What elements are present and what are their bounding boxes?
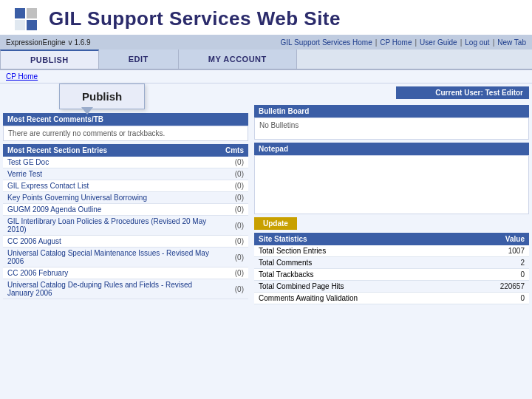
- entries-col-title: Most Recent Section Entries: [3, 144, 221, 157]
- table-row: Universal Catalog De-duping Rules and Fi…: [3, 279, 248, 299]
- stats-row: Total Combined Page Hits 220657: [254, 281, 529, 293]
- tab-edit[interactable]: EDIT: [99, 50, 179, 69]
- left-panel: Publish Most Recent Comments/TB There ar…: [0, 83, 251, 399]
- entry-title[interactable]: Universal Catalog De-duping Rules and Fi…: [3, 279, 221, 299]
- tab-my-account[interactable]: MY ACCOUNT: [179, 50, 297, 69]
- site-header: GIL Support Services Web Site: [0, 0, 532, 35]
- nav-link-home[interactable]: GIL Support Services Home: [281, 38, 372, 47]
- app-version: v 1.6.9: [69, 38, 91, 47]
- stat-label: Comments Awaiting Validation: [254, 293, 464, 304]
- entry-count: (0): [221, 248, 248, 267]
- stats-row: Total Section Entries 1007: [254, 245, 529, 257]
- table-row: GUGM 2009 Agenda Outline (0): [3, 204, 248, 216]
- entry-count: (0): [221, 168, 248, 180]
- stats-row: Comments Awaiting Validation 0: [254, 293, 529, 304]
- nav-link-new-tab[interactable]: New Tab: [497, 38, 526, 47]
- bulletin-board-section: Bulletin Board No Bulletins: [254, 105, 529, 140]
- stat-label: Total Combined Page Hits: [254, 281, 464, 293]
- entry-title[interactable]: CC 2006 February: [3, 267, 221, 279]
- right-panel-inner: Bulletin Board No Bulletins Notepad Upda…: [254, 105, 529, 304]
- page-title: GIL Support Services Web Site: [49, 7, 341, 30]
- nav-link-logout[interactable]: Log out: [465, 38, 489, 47]
- table-row: Universal Catalog Special Maintenance Is…: [3, 248, 248, 267]
- entry-count: (0): [221, 279, 248, 299]
- stats-col-label: Site Statistics: [254, 233, 464, 245]
- breadcrumb-link[interactable]: CP Home: [6, 72, 38, 81]
- entry-title[interactable]: GUGM 2009 Agenda Outline: [3, 204, 221, 216]
- stat-label: Total Comments: [254, 257, 464, 269]
- stat-value: 220657: [464, 281, 529, 293]
- tab-publish[interactable]: PUBLISH: [0, 50, 99, 69]
- table-row: CC 2006 August (0): [3, 236, 248, 248]
- entries-section: Most Recent Section Entries Cmts Test GE…: [3, 144, 248, 299]
- entries-table: Most Recent Section Entries Cmts Test GE…: [3, 144, 248, 299]
- right-panel: Current User: Test Editor Bulletin Board…: [251, 83, 532, 399]
- bulletin-board-header: Bulletin Board: [254, 105, 529, 117]
- entry-title[interactable]: GIL Express Contact List: [3, 180, 221, 192]
- content-area: Publish Most Recent Comments/TB There ar…: [0, 83, 532, 399]
- notepad-content[interactable]: [254, 155, 529, 214]
- stat-value: 2: [464, 257, 529, 269]
- entry-title[interactable]: Verrie Test: [3, 168, 221, 180]
- app-name: ExpressionEngine: [6, 38, 66, 47]
- notepad-section: Notepad: [254, 143, 529, 214]
- stat-value: 0: [464, 293, 529, 304]
- comments-section: Most Recent Comments/TB There are curren…: [3, 113, 248, 141]
- stat-label: Total Section Entries: [254, 245, 464, 257]
- logo-square-blue-1: [15, 8, 25, 18]
- entries-col-cmts: Cmts: [221, 144, 248, 157]
- notepad-header: Notepad: [254, 143, 529, 155]
- nav-link-user-guide[interactable]: User Guide: [420, 38, 457, 47]
- stats-col-value: Value: [464, 233, 529, 245]
- entry-count: (0): [221, 267, 248, 279]
- entry-count: (0): [221, 180, 248, 192]
- stat-value: 0: [464, 269, 529, 281]
- logo: [15, 8, 37, 30]
- top-nav-bar: ExpressionEngine v 1.6.9 GIL Support Ser…: [0, 35, 532, 50]
- entry-title[interactable]: Universal Catalog Special Maintenance Is…: [3, 248, 221, 267]
- stat-label: Total Trackbacks: [254, 269, 464, 281]
- logo-square-light-1: [15, 20, 25, 30]
- table-row: CC 2006 February (0): [3, 267, 248, 279]
- publish-tooltip-arrow: [81, 107, 93, 115]
- top-nav-left: ExpressionEngine v 1.6.9: [6, 38, 91, 47]
- entry-title[interactable]: GIL Interlibrary Loan Policies & Procedu…: [3, 216, 221, 236]
- entry-count: (0): [221, 216, 248, 236]
- current-user-container: Current User: Test Editor: [254, 86, 529, 99]
- bulletin-board-content: No Bulletins: [254, 117, 529, 140]
- table-row: Verrie Test (0): [3, 168, 248, 180]
- table-row: GIL Interlibrary Loan Policies & Procedu…: [3, 216, 248, 236]
- entry-count: (0): [221, 236, 248, 248]
- stats-section: Site Statistics Value Total Section Entr…: [254, 233, 529, 304]
- stats-row: Total Comments 2: [254, 257, 529, 269]
- entry-count: (0): [221, 192, 248, 204]
- logo-square-gray-1: [27, 8, 37, 18]
- comments-header: Most Recent Comments/TB: [3, 113, 248, 126]
- entry-title[interactable]: Test GE Doc: [3, 157, 221, 168]
- stat-value: 1007: [464, 245, 529, 257]
- logo-square-blue-2: [27, 20, 37, 30]
- entry-title[interactable]: Key Points Governing Universal Borrowing: [3, 192, 221, 204]
- entry-count: (0): [221, 204, 248, 216]
- top-nav-links: GIL Support Services Home | CP Home | Us…: [281, 38, 526, 47]
- entry-title[interactable]: CC 2006 August: [3, 236, 221, 248]
- table-row: Test GE Doc (0): [3, 157, 248, 168]
- breadcrumb: CP Home: [0, 70, 532, 83]
- stats-row: Total Trackbacks 0: [254, 269, 529, 281]
- stats-table: Site Statistics Value Total Section Entr…: [254, 233, 529, 304]
- nav-link-cp-home[interactable]: CP Home: [380, 38, 412, 47]
- main-nav: PUBLISH EDIT MY ACCOUNT: [0, 50, 532, 70]
- entry-count: (0): [221, 157, 248, 168]
- no-comments-text: There are currently no comments or track…: [3, 126, 248, 141]
- current-user-badge: Current User: Test Editor: [396, 86, 529, 99]
- table-row: Key Points Governing Universal Borrowing…: [3, 192, 248, 204]
- update-button[interactable]: Update: [254, 217, 297, 230]
- table-row: GIL Express Contact List (0): [3, 180, 248, 192]
- publish-tooltip: Publish: [59, 83, 145, 109]
